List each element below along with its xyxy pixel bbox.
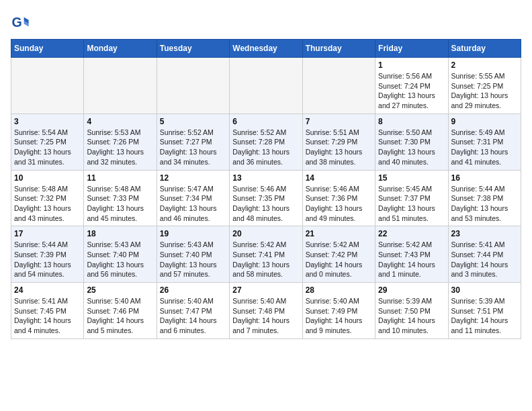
- day-number: 18: [87, 229, 153, 238]
- day-info: Sunrise: 5:46 AMSunset: 7:36 PMDaylight:…: [306, 184, 372, 224]
- calendar-cell: 19Sunrise: 5:43 AMSunset: 7:40 PMDayligh…: [157, 226, 229, 283]
- day-number: 28: [306, 285, 372, 295]
- calendar-cell: 15Sunrise: 5:45 AMSunset: 7:37 PMDayligh…: [375, 170, 448, 226]
- calendar-cell: 1Sunrise: 5:56 AMSunset: 7:24 PMDaylight…: [375, 58, 448, 114]
- calendar-cell: 28Sunrise: 5:40 AMSunset: 7:49 PMDayligh…: [302, 283, 375, 339]
- day-info: Sunrise: 5:48 AMSunset: 7:33 PMDaylight:…: [87, 184, 153, 224]
- calendar-cell: 18Sunrise: 5:43 AMSunset: 7:40 PMDayligh…: [84, 226, 157, 283]
- calendar-cell: [230, 58, 302, 114]
- day-number: 3: [14, 117, 81, 126]
- calendar-cell: 7Sunrise: 5:51 AMSunset: 7:29 PMDaylight…: [302, 113, 375, 170]
- day-info: Sunrise: 5:48 AMSunset: 7:32 PMDaylight:…: [14, 184, 81, 224]
- day-info: Sunrise: 5:44 AMSunset: 7:38 PMDaylight:…: [451, 184, 518, 224]
- calendar-cell: 16Sunrise: 5:44 AMSunset: 7:38 PMDayligh…: [448, 170, 521, 226]
- calendar-cell: 6Sunrise: 5:52 AMSunset: 7:28 PMDaylight…: [230, 113, 302, 170]
- day-info: Sunrise: 5:40 AMSunset: 7:47 PMDaylight:…: [160, 296, 226, 336]
- day-info: Sunrise: 5:41 AMSunset: 7:44 PMDaylight:…: [451, 240, 518, 279]
- calendar-cell: 2Sunrise: 5:55 AMSunset: 7:25 PMDaylight…: [448, 58, 521, 114]
- day-info: Sunrise: 5:52 AMSunset: 7:28 PMDaylight:…: [232, 128, 299, 167]
- day-number: 25: [87, 285, 153, 295]
- day-number: 1: [378, 60, 445, 70]
- day-info: Sunrise: 5:47 AMSunset: 7:34 PMDaylight:…: [160, 184, 226, 224]
- day-number: 8: [378, 117, 445, 126]
- day-info: Sunrise: 5:55 AMSunset: 7:25 PMDaylight:…: [451, 71, 518, 111]
- day-info: Sunrise: 5:52 AMSunset: 7:27 PMDaylight:…: [160, 128, 226, 167]
- day-number: 21: [306, 229, 372, 238]
- calendar-week-1: 3Sunrise: 5:54 AMSunset: 7:25 PMDaylight…: [11, 113, 521, 170]
- calendar-cell: 25Sunrise: 5:40 AMSunset: 7:46 PMDayligh…: [84, 283, 157, 339]
- weekday-header-wednesday: Wednesday: [230, 40, 302, 58]
- day-info: Sunrise: 5:45 AMSunset: 7:37 PMDaylight:…: [378, 184, 445, 224]
- day-number: 5: [160, 117, 226, 126]
- calendar-cell: [157, 58, 229, 114]
- calendar-cell: 13Sunrise: 5:46 AMSunset: 7:35 PMDayligh…: [230, 170, 302, 226]
- weekday-header-thursday: Thursday: [302, 40, 375, 58]
- day-info: Sunrise: 5:39 AMSunset: 7:51 PMDaylight:…: [451, 296, 518, 336]
- day-number: 23: [451, 229, 518, 238]
- calendar-cell: 4Sunrise: 5:53 AMSunset: 7:26 PMDaylight…: [84, 113, 157, 170]
- day-info: Sunrise: 5:51 AMSunset: 7:29 PMDaylight:…: [306, 128, 372, 167]
- day-info: Sunrise: 5:41 AMSunset: 7:45 PMDaylight:…: [14, 296, 81, 336]
- day-number: 4: [87, 117, 153, 126]
- day-number: 20: [232, 229, 299, 238]
- day-number: 17: [14, 229, 81, 238]
- calendar-week-0: 1Sunrise: 5:56 AMSunset: 7:24 PMDaylight…: [11, 58, 521, 114]
- day-info: Sunrise: 5:56 AMSunset: 7:24 PMDaylight:…: [378, 71, 445, 111]
- day-info: Sunrise: 5:40 AMSunset: 7:48 PMDaylight:…: [232, 296, 299, 336]
- calendar-header-row: SundayMondayTuesdayWednesdayThursdayFrid…: [11, 40, 521, 58]
- calendar-cell: 3Sunrise: 5:54 AMSunset: 7:25 PMDaylight…: [11, 113, 84, 170]
- calendar-cell: 17Sunrise: 5:44 AMSunset: 7:39 PMDayligh…: [11, 226, 84, 283]
- calendar-cell: 22Sunrise: 5:42 AMSunset: 7:43 PMDayligh…: [375, 226, 448, 283]
- svg-text:G: G: [11, 15, 21, 30]
- day-number: 12: [160, 173, 226, 183]
- day-number: 10: [14, 173, 81, 183]
- calendar-week-4: 24Sunrise: 5:41 AMSunset: 7:45 PMDayligh…: [11, 283, 521, 339]
- day-info: Sunrise: 5:49 AMSunset: 7:31 PMDaylight:…: [451, 128, 518, 167]
- day-info: Sunrise: 5:46 AMSunset: 7:35 PMDaylight:…: [232, 184, 299, 224]
- calendar-cell: 11Sunrise: 5:48 AMSunset: 7:33 PMDayligh…: [84, 170, 157, 226]
- calendar-cell: 30Sunrise: 5:39 AMSunset: 7:51 PMDayligh…: [448, 283, 521, 339]
- calendar-cell: 5Sunrise: 5:52 AMSunset: 7:27 PMDaylight…: [157, 113, 229, 170]
- day-info: Sunrise: 5:42 AMSunset: 7:43 PMDaylight:…: [378, 240, 445, 279]
- day-number: 11: [87, 173, 153, 183]
- calendar-cell: 9Sunrise: 5:49 AMSunset: 7:31 PMDaylight…: [448, 113, 521, 170]
- weekday-header-monday: Monday: [84, 40, 157, 58]
- logo: G: [11, 13, 32, 32]
- calendar-cell: [84, 58, 157, 114]
- day-number: 27: [232, 285, 299, 295]
- day-number: 9: [451, 117, 518, 126]
- day-info: Sunrise: 5:44 AMSunset: 7:39 PMDaylight:…: [14, 240, 81, 279]
- day-number: 2: [451, 60, 518, 70]
- day-info: Sunrise: 5:54 AMSunset: 7:25 PMDaylight:…: [14, 128, 81, 167]
- day-number: 6: [232, 117, 299, 126]
- calendar-week-3: 17Sunrise: 5:44 AMSunset: 7:39 PMDayligh…: [11, 226, 521, 283]
- calendar-week-2: 10Sunrise: 5:48 AMSunset: 7:32 PMDayligh…: [11, 170, 521, 226]
- day-info: Sunrise: 5:42 AMSunset: 7:41 PMDaylight:…: [232, 240, 299, 279]
- day-number: 26: [160, 285, 226, 295]
- calendar-cell: 27Sunrise: 5:40 AMSunset: 7:48 PMDayligh…: [230, 283, 302, 339]
- day-info: Sunrise: 5:50 AMSunset: 7:30 PMDaylight:…: [378, 128, 445, 167]
- day-number: 7: [306, 117, 372, 126]
- calendar-cell: 23Sunrise: 5:41 AMSunset: 7:44 PMDayligh…: [448, 226, 521, 283]
- weekday-header-tuesday: Tuesday: [157, 40, 229, 58]
- weekday-header-friday: Friday: [375, 40, 448, 58]
- day-number: 14: [306, 173, 372, 183]
- calendar-cell: 10Sunrise: 5:48 AMSunset: 7:32 PMDayligh…: [11, 170, 84, 226]
- day-info: Sunrise: 5:40 AMSunset: 7:49 PMDaylight:…: [306, 296, 372, 336]
- logo-icon: G: [11, 13, 30, 32]
- day-number: 13: [232, 173, 299, 183]
- day-number: 15: [378, 173, 445, 183]
- day-number: 24: [14, 285, 81, 295]
- calendar-cell: [11, 58, 84, 114]
- calendar-cell: 12Sunrise: 5:47 AMSunset: 7:34 PMDayligh…: [157, 170, 229, 226]
- page-header: G: [11, 11, 521, 32]
- day-number: 22: [378, 229, 445, 238]
- day-info: Sunrise: 5:39 AMSunset: 7:50 PMDaylight:…: [378, 296, 445, 336]
- calendar-cell: 20Sunrise: 5:42 AMSunset: 7:41 PMDayligh…: [230, 226, 302, 283]
- day-info: Sunrise: 5:40 AMSunset: 7:46 PMDaylight:…: [87, 296, 153, 336]
- calendar-cell: 24Sunrise: 5:41 AMSunset: 7:45 PMDayligh…: [11, 283, 84, 339]
- day-number: 29: [378, 285, 445, 295]
- weekday-header-sunday: Sunday: [11, 40, 84, 58]
- day-info: Sunrise: 5:42 AMSunset: 7:42 PMDaylight:…: [306, 240, 372, 279]
- day-info: Sunrise: 5:43 AMSunset: 7:40 PMDaylight:…: [87, 240, 153, 279]
